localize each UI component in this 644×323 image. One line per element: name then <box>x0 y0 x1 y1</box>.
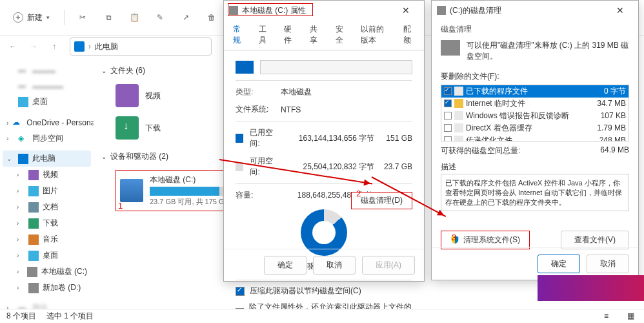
ok-button[interactable]: 确定 <box>538 255 580 273</box>
checkbox[interactable] <box>444 99 452 107</box>
checkbox[interactable] <box>444 87 452 95</box>
file-list-row[interactable]: DirectX 着色器缓存1.79 MB <box>441 122 629 134</box>
delete-icon[interactable]: 🗑 <box>201 7 222 28</box>
sidebar-music[interactable]: ›音乐 <box>3 231 91 247</box>
file-list-row[interactable]: Windows 错误报告和反馈诊断107 KB <box>441 110 629 122</box>
file-name: Internet 临时文件 <box>466 98 585 109</box>
sidebar: ▬▬▬▬ ▬▬▬▬▬ 桌面 ›☁OneDrive - Personal ›◈同步… <box>0 57 94 311</box>
sidebar-onedrive[interactable]: ›☁OneDrive - Personal <box>3 115 91 130</box>
cleanup-section-label: 磁盘清理 <box>441 24 629 35</box>
compress-checkbox[interactable] <box>236 287 245 296</box>
sidebar-documents[interactable]: ›文档 <box>3 199 91 215</box>
back-button[interactable]: ← <box>4 37 22 56</box>
chevron-down-icon: ▾ <box>46 14 50 21</box>
tab-hardware[interactable]: 硬件 <box>277 20 302 50</box>
used-color <box>236 134 243 143</box>
drive-icon <box>437 6 446 15</box>
picture-icon <box>28 186 39 196</box>
file-size: 0 字节 <box>587 86 626 97</box>
file-list-row[interactable]: Internet 临时文件34.7 MB <box>441 98 629 110</box>
tile-downloads[interactable]: ↓下载 <box>116 116 161 140</box>
download-icon: ↓ <box>116 116 139 140</box>
annotation-box-title <box>228 3 313 16</box>
file-size: 107 KB <box>587 111 626 120</box>
sidebar-pictures[interactable]: ›图片 <box>3 183 91 199</box>
sidebar-sync[interactable]: ›◈同步空间 <box>3 130 91 147</box>
tab-prev[interactable]: 以前的版本 <box>354 20 396 50</box>
download-icon <box>28 218 39 229</box>
drive-c-tile[interactable]: 本地磁盘 (C:) 23.7 GB 可用, 共 175 GB <box>116 170 235 211</box>
annotation-2: 2 <box>356 189 361 198</box>
music-icon <box>28 234 39 245</box>
sidebar-drive-d[interactable]: ›新加卷 (D:) <box>3 280 91 296</box>
video-icon <box>116 84 139 107</box>
sidebar-drive-c[interactable]: ›本地磁盘 (C:) <box>3 264 91 280</box>
sidebar-downloads[interactable]: ›下载 <box>3 215 91 231</box>
file-name: 传递优化文件 <box>466 135 585 141</box>
file-icon <box>454 123 463 132</box>
sidebar-videos[interactable]: ›视频 <box>3 167 91 183</box>
cleanup-intro: 可以使用"磁盘清理"来释放 (C:) 上的 319 MB 磁盘空间。 <box>467 40 629 62</box>
new-label: 新建 <box>27 12 43 23</box>
drive-icon <box>27 267 37 277</box>
desc-label: 描述 <box>441 160 629 174</box>
view-files-button[interactable]: 查看文件(V) <box>561 231 629 249</box>
new-button[interactable]: + 新建 ▾ <box>6 7 56 28</box>
pc-icon <box>18 154 28 164</box>
type-value: 本地磁盘 <box>281 87 312 98</box>
sidebar-desktop[interactable]: 桌面 <box>3 94 91 110</box>
tab-sharing[interactable]: 共享 <box>303 20 328 50</box>
rename-icon[interactable]: ✎ <box>150 7 170 28</box>
status-selection: 选中 1 个项目 <box>46 311 94 322</box>
share-icon[interactable]: ↗ <box>176 7 196 28</box>
checkbox[interactable] <box>444 112 452 120</box>
sidebar-desktop2[interactable]: ›桌面 <box>3 247 91 264</box>
file-name: DirectX 着色器缓存 <box>466 123 585 134</box>
sidebar-thispc[interactable]: ⌄此电脑 <box>3 151 91 167</box>
desktop-icon <box>28 251 39 261</box>
plus-icon: + <box>13 12 23 23</box>
tab-security[interactable]: 安全 <box>329 20 354 50</box>
ok-button[interactable]: 确定 <box>264 256 307 275</box>
close-button[interactable]: ✕ <box>607 5 633 16</box>
tab-general[interactable]: 常规 <box>226 20 251 50</box>
video-icon <box>28 170 39 180</box>
checkbox[interactable] <box>444 124 452 132</box>
copy-icon[interactable]: ⧉ <box>98 7 119 28</box>
annotation-3: 3 <box>452 233 456 242</box>
view-tiles-icon[interactable]: ▦ <box>627 311 638 322</box>
file-list-row[interactable]: 传递优化文件248 MB <box>441 134 629 141</box>
paste-icon[interactable]: 📋 <box>124 7 145 28</box>
file-icon <box>454 136 463 141</box>
drive-label-input[interactable] <box>260 60 412 74</box>
drive-icon <box>28 283 39 293</box>
status-items: 8 个项目 <box>6 311 36 322</box>
drive-icon <box>120 179 143 202</box>
file-size: 34.7 MB <box>587 99 626 108</box>
up-button[interactable]: ↑ <box>45 37 63 56</box>
cancel-button[interactable]: 取消 <box>587 255 629 273</box>
cut-icon[interactable]: ✂ <box>72 7 93 28</box>
drive-usage-bar <box>150 187 230 196</box>
file-list-row[interactable]: 已下载的程序文件0 字节 <box>441 85 629 98</box>
drive-free-text: 23.7 GB 可用, 共 175 GB <box>150 197 230 207</box>
file-name: Windows 错误报告和反馈诊断 <box>466 110 585 121</box>
properties-dialog: 本地磁盘 (C:) 属性 ✕ 常规 工具 硬件 共享 安全 以前的版本 配额 类… <box>223 0 425 282</box>
checkbox[interactable] <box>444 136 452 141</box>
fs-value: NTFS <box>281 105 301 114</box>
view-details-icon[interactable]: ≡ <box>604 311 614 322</box>
file-name: 已下载的程序文件 <box>466 86 585 97</box>
pc-icon <box>74 41 85 52</box>
drive-icon <box>236 61 254 74</box>
apply-button[interactable]: 应用(A) <box>362 256 415 275</box>
drive-name: 本地磁盘 (C:) <box>150 174 230 185</box>
tab-tools[interactable]: 工具 <box>252 20 277 50</box>
address-bar[interactable]: › 此电脑 <box>70 37 212 56</box>
file-list[interactable]: 已下载的程序文件0 字节Internet 临时文件34.7 MBWindows … <box>441 85 629 141</box>
close-button[interactable]: ✕ <box>393 5 419 16</box>
forward-button[interactable]: → <box>25 37 43 56</box>
cancel-button[interactable]: 取消 <box>313 256 356 275</box>
tab-quota[interactable]: 配额 <box>397 20 421 50</box>
disk-cleanup-dialog: (C:)的磁盘清理 ✕ 磁盘清理 可以使用"磁盘清理"来释放 (C:) 上的 3… <box>431 0 639 280</box>
tile-videos[interactable]: 视频 <box>116 84 161 107</box>
